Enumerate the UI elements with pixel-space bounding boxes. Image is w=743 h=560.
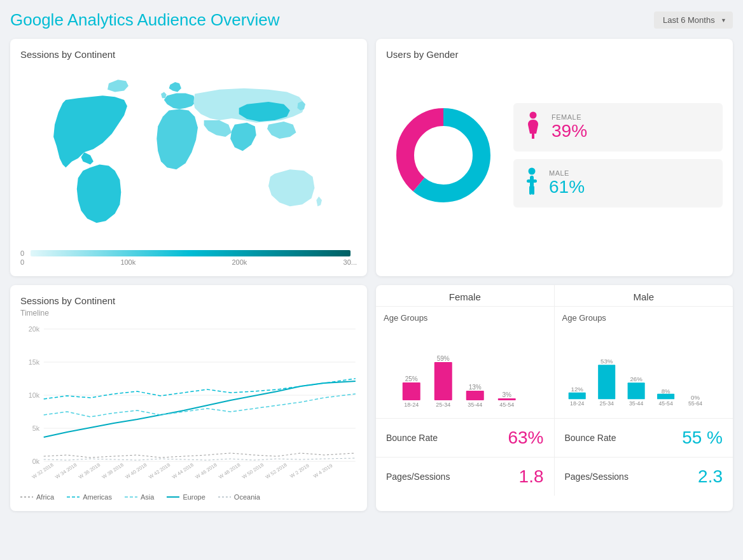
legend-label-0: 0 — [20, 258, 24, 266]
date-filter-select[interactable]: Last 7 Days Last 30 Days Last 3 Months L… — [654, 11, 733, 29]
legend-europe: Europe — [167, 493, 205, 501]
male-pages-stat: Pages/Sessions 2.3 — [555, 458, 733, 496]
svg-point-1 — [529, 168, 536, 175]
male-xaxis-35-44: 35-44 — [629, 400, 643, 407]
x-w46: W 46 2018 — [194, 462, 218, 480]
y-20k: 20k — [29, 326, 40, 333]
americas-legend-label: Americas — [83, 493, 112, 501]
date-filter-wrapper[interactable]: Last 7 Days Last 30 Days Last 3 Months L… — [654, 11, 733, 29]
xaxis-45-54: 45-54 — [499, 402, 514, 408]
demographics-card: Female Male Age Groups 25% 18-24 59% 25-… — [376, 285, 733, 511]
legend-label-max: 30... — [344, 258, 357, 266]
uk-path — [161, 92, 167, 99]
female-pages-value: 1.8 — [519, 466, 544, 487]
timeline-card: Sessions by Continent Timeline 20k 15k 1… — [10, 285, 367, 511]
x-w4: W 4 2019 — [312, 463, 334, 479]
x-w44: W 44 2018 — [171, 462, 195, 480]
male-label: MALE — [549, 169, 585, 177]
australia-path — [268, 169, 314, 206]
gender-card: Users by Gender — [376, 39, 733, 276]
svg-rect-5 — [532, 186, 534, 195]
male-bounce-stat: Bounce Rate 55 % — [555, 419, 733, 458]
oceania-legend-label: Oceania — [234, 493, 260, 501]
europe-legend-icon — [167, 494, 179, 500]
female-stat-box: FEMALE 39% — [513, 103, 723, 151]
y-15k: 15k — [29, 359, 40, 366]
legend-label-100k: 100k — [120, 258, 135, 266]
legend-oceania: Oceania — [218, 493, 260, 501]
world-map-svg — [20, 66, 357, 244]
male-bar-25-34 — [598, 365, 615, 399]
legend-americas: Americas — [67, 493, 112, 501]
south-america-path — [77, 164, 122, 223]
africa-line — [44, 453, 356, 458]
europe-path — [164, 93, 196, 109]
female-bounce-stat: Bounce Rate 63% — [376, 419, 555, 458]
female-gender-info: FEMALE 39% — [552, 113, 587, 141]
female-bar-18-24 — [403, 382, 420, 400]
donut-chart-svg — [389, 101, 497, 209]
x-w50: W 50 2018 — [241, 462, 265, 480]
legend-label-200k: 200k — [232, 258, 247, 266]
male-age-title: Age Groups — [562, 313, 726, 323]
nz-path — [316, 197, 322, 206]
timeline-chart: 20k 15k 10k 5k 0k — [20, 323, 357, 488]
male-age-svg: 12% 18-24 53% 25-34 26% 35-44 8% 45-54 — [562, 326, 726, 409]
female-pct: 39% — [552, 121, 587, 141]
male-bar-label-26: 26% — [630, 375, 642, 382]
y-10k: 10k — [29, 392, 40, 399]
bar-label-59: 59% — [437, 355, 450, 362]
male-bar-label-8: 8% — [661, 388, 670, 395]
male-bar-45-54 — [657, 394, 674, 400]
x-w38: W 38 2018 — [101, 462, 125, 480]
male-xaxis-55-64: 55-64 — [688, 400, 702, 407]
x-w52: W 52 2018 — [265, 462, 288, 480]
female-label: FEMALE — [552, 113, 587, 121]
male-stat-box: MALE 61% — [513, 159, 723, 207]
india-path — [230, 123, 256, 151]
asia-legend-icon — [125, 494, 137, 500]
female-icon — [524, 111, 543, 144]
africa-legend-icon — [20, 494, 33, 500]
x-w36: W 36 2018 — [78, 462, 101, 480]
male-age-chart: Age Groups 12% 18-24 53% 25-34 26% 35-44 — [555, 307, 733, 419]
donut-hole — [415, 127, 472, 184]
female-age-chart: Age Groups 25% 18-24 59% 25-34 13% 35-44 — [376, 307, 555, 419]
female-pages-label: Pages/Sessions — [386, 472, 450, 482]
map-legend: 0 — [20, 249, 357, 257]
gender-stats: FEMALE 39% MA — [513, 103, 723, 207]
sessions-map-title: Sessions by Continent — [20, 49, 357, 60]
female-bar-45-54 — [498, 398, 516, 400]
europe-legend-label: Europe — [183, 493, 205, 501]
x-w48: W 48 2018 — [218, 462, 241, 480]
asia-legend-label: Asia — [141, 493, 154, 501]
xaxis-18-24: 18-24 — [404, 402, 419, 408]
male-bar-18-24 — [568, 393, 585, 400]
female-bar-35-44 — [466, 391, 484, 400]
male-xaxis-45-54: 45-54 — [658, 400, 672, 407]
americas-legend-icon — [67, 494, 80, 500]
central-america-path — [81, 152, 94, 164]
europe-line — [44, 381, 356, 437]
female-bar-25-34 — [434, 362, 452, 400]
male-pct: 61% — [549, 177, 585, 197]
se-asia-path — [267, 122, 296, 139]
middle-east-path — [204, 120, 232, 137]
male-header: Male — [555, 285, 733, 307]
legend-asia: Asia — [125, 493, 154, 501]
americas-line — [44, 379, 356, 399]
female-bounce-value: 63% — [508, 428, 543, 448]
oceania-legend-icon — [218, 494, 231, 500]
male-xaxis-25-34: 25-34 — [599, 400, 613, 407]
greenland-path — [108, 80, 128, 92]
y-0k: 0k — [32, 458, 40, 465]
x-w42: W 42 2018 — [148, 462, 171, 480]
timeline-title: Sessions by Continent — [20, 295, 357, 306]
male-bar-label-53: 53% — [601, 358, 613, 365]
timeline-svg: 20k 15k 10k 5k 0k — [20, 323, 357, 488]
page-header: Google Analytics Audience Overview Last … — [10, 10, 733, 30]
page-title: Google Analytics Audience Overview — [10, 10, 279, 30]
scandinavia-path — [169, 82, 181, 92]
svg-point-0 — [530, 112, 537, 119]
oceania-line — [44, 458, 356, 460]
